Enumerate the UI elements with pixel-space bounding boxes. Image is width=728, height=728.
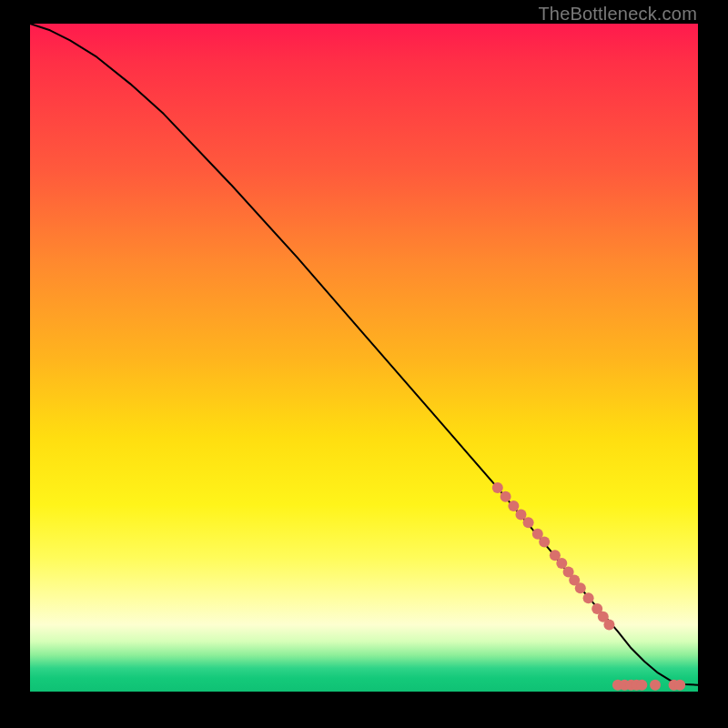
curve-line: [30, 24, 698, 685]
marker-dot: [650, 680, 661, 691]
marker-dot: [500, 491, 511, 502]
marker-dot: [492, 482, 503, 493]
marker-dot: [603, 620, 614, 631]
marker-dot: [636, 680, 647, 691]
marker-dot: [575, 582, 586, 593]
marker-dot: [674, 680, 685, 691]
marker-dot: [539, 537, 550, 548]
marker-dot: [583, 592, 594, 603]
marker-dot: [523, 517, 534, 528]
chart-svg: [30, 24, 698, 692]
marker-dot: [508, 500, 519, 511]
marker-dot: [516, 510, 527, 521]
watermark-text: TheBottleneck.com: [538, 4, 697, 25]
marker-dot: [556, 558, 567, 569]
chart-frame: [30, 24, 698, 692]
